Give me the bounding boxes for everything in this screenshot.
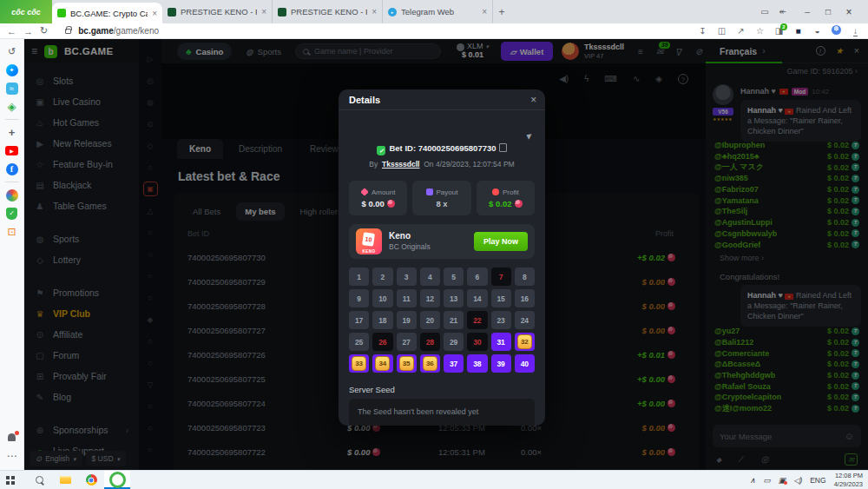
rail-icon[interactable] — [0, 222, 24, 241]
tab-close-icon[interactable]: × — [482, 7, 487, 17]
rail-icon[interactable] — [0, 116, 24, 123]
rail-icon[interactable] — [0, 186, 24, 204]
user-avatar[interactable] — [562, 43, 579, 60]
list-item[interactable]: @Comerciante $ 0.02 — [714, 347, 859, 359]
wallet-button[interactable]: Wallet — [501, 42, 553, 61]
rain-username[interactable]: @Rafael Souza — [714, 382, 771, 391]
sidebar-item[interactable]: Hot Games — [24, 112, 139, 133]
pin-sidebar-icon[interactable] — [779, 7, 786, 17]
list-item[interactable]: @Thehghddgwb $ 0.02 — [714, 370, 859, 381]
list-item[interactable]: @Ibuprophen $ 0.02 — [714, 140, 859, 151]
forward-button[interactable] — [23, 26, 33, 36]
rain-username[interactable]: @Comerciante — [714, 349, 769, 358]
game-strip-icon[interactable] — [139, 417, 161, 439]
rain-icon[interactable] — [716, 454, 721, 464]
rail-icon[interactable] — [0, 123, 24, 142]
sidebar-item[interactable]: Sponsorships › — [24, 420, 139, 440]
sidebar-item[interactable]: Blog — [24, 387, 139, 407]
play-now-button[interactable]: Play Now — [474, 232, 528, 251]
info-icon[interactable] — [816, 46, 825, 56]
chevron-right-icon[interactable]: › — [762, 46, 765, 56]
show-more-button[interactable]: Show more › — [720, 254, 764, 262]
rail-icon[interactable] — [0, 61, 24, 79]
trophy-icon[interactable] — [836, 46, 844, 56]
user-info[interactable]: Tkssssdcll VIP 47 — [584, 43, 624, 60]
game-strip-icon[interactable] — [139, 439, 161, 460]
sidebar-item[interactable]: Promotions — [24, 282, 139, 303]
browser-action-icon[interactable] — [735, 26, 746, 36]
input-language[interactable]: ENG — [810, 476, 825, 485]
currency-select[interactable]: $ USD — [86, 451, 127, 466]
game-strip-icon[interactable] — [139, 221, 161, 243]
rain-username[interactable]: @Fabrizo07 — [714, 185, 759, 194]
slash-command-icon[interactable] — [740, 454, 742, 464]
casino-toggle[interactable]: Casino — [177, 43, 232, 60]
rail-icon[interactable] — [0, 160, 24, 178]
list-item[interactable]: @Yamatana $ 0.02 — [714, 195, 859, 206]
game-strip-icon[interactable] — [139, 156, 161, 178]
game-strip-icon[interactable] — [139, 373, 161, 395]
coccoc-brand-logo[interactable]: cốc cốc — [0, 0, 52, 23]
game-toolbar-icon[interactable] — [584, 74, 589, 84]
coccoc-browser-icon[interactable] — [104, 471, 130, 489]
rain-username[interactable]: @yu27 — [714, 327, 740, 335]
https-lock-icon[interactable] — [65, 29, 71, 34]
game-strip-icon[interactable] — [139, 352, 161, 373]
game-strip-icon[interactable] — [139, 135, 161, 156]
game-strip-icon[interactable] — [139, 48, 161, 69]
sidebar-item[interactable]: New Releases — [24, 133, 139, 154]
tab-close-icon[interactable]: × — [261, 7, 266, 17]
hamburger-menu-icon[interactable]: ≡ — [31, 45, 37, 57]
tray-network-icon[interactable] — [779, 476, 786, 485]
list-item[interactable]: @Bali1212 $ 0.02 — [714, 337, 859, 348]
list-item[interactable]: @Fabrizo07 $ 0.02 — [714, 184, 859, 195]
bet-author-link[interactable]: Tkssssdcll — [382, 160, 419, 169]
rain-username[interactable]: @ΔBcasseΔ — [714, 360, 760, 368]
game-strip-icon[interactable] — [139, 91, 161, 113]
currency-selector[interactable]: XLM $ 0.01 — [457, 43, 489, 60]
avatar[interactable] — [713, 84, 733, 105]
game-toolbar-icon[interactable] — [633, 74, 640, 84]
bets-tab[interactable]: My bets — [236, 202, 284, 221]
chat-language-tab[interactable]: Français — [720, 46, 757, 56]
emoji-icon[interactable] — [845, 431, 854, 441]
game-toolbar-icon[interactable] — [655, 74, 662, 84]
list-item[interactable]: @Cryptoelcapiton $ 0.02 — [714, 392, 859, 403]
notifications-bell-icon[interactable] — [676, 47, 682, 56]
gif-icon[interactable] — [761, 454, 769, 464]
game-strip-icon[interactable] — [139, 243, 161, 265]
game-strip-icon[interactable] — [139, 287, 161, 308]
sidebar-item[interactable]: Lottery — [24, 249, 139, 270]
rail-icon[interactable] — [0, 446, 24, 465]
back-button[interactable] — [7, 26, 16, 36]
mail-icon[interactable]: 39 — [656, 47, 663, 56]
rain-username[interactable]: @AgustinLuppi — [714, 218, 773, 227]
keno-game-tile[interactable]: 10 KENO — [356, 228, 382, 254]
game-info-tab[interactable]: Keno — [177, 139, 223, 159]
rain-username[interactable]: @Yamatana — [714, 196, 759, 205]
game-strip-icon[interactable] — [139, 113, 161, 135]
game-search[interactable] — [295, 43, 441, 59]
sidebar-item[interactable]: Slots — [24, 70, 139, 91]
chat-message-input[interactable] — [720, 432, 845, 441]
game-strip-icon[interactable] — [139, 69, 161, 91]
modal-close-icon[interactable] — [530, 94, 536, 106]
list-item[interactable]: @一人 マスク $ 0.02 — [714, 162, 859, 173]
list-item[interactable]: @ΔBcasseΔ $ 0.02 — [714, 359, 859, 370]
list-item[interactable]: @♣hq2015♣ $ 0.02 — [714, 151, 859, 162]
rain-username[interactable]: @Bali1212 — [714, 338, 753, 347]
list-item[interactable]: @迷I@momo22 $ 0.02 — [714, 403, 859, 414]
browser-action-icon[interactable] — [792, 26, 804, 36]
browser-action-icon[interactable] — [697, 26, 708, 36]
list-item[interactable]: @TheSilj $ 0.02 — [714, 206, 859, 217]
game-strip-icon[interactable] — [139, 178, 161, 200]
language-select[interactable]: English — [30, 451, 82, 466]
game-toolbar-icon[interactable] — [559, 74, 569, 84]
sidebar-item[interactable]: Affiliate — [24, 324, 139, 345]
browser-tab[interactable]: BC.GAME: Crypto Casino Gar × — [52, 3, 162, 23]
reader-mode-icon[interactable] — [760, 7, 768, 17]
game-toolbar-icon[interactable] — [678, 74, 688, 84]
server-seed-value[interactable]: The Seed hasn't been revealed yet — [349, 399, 535, 426]
chat-input-box[interactable] — [713, 425, 861, 447]
bet-list-icon[interactable] — [638, 47, 643, 56]
